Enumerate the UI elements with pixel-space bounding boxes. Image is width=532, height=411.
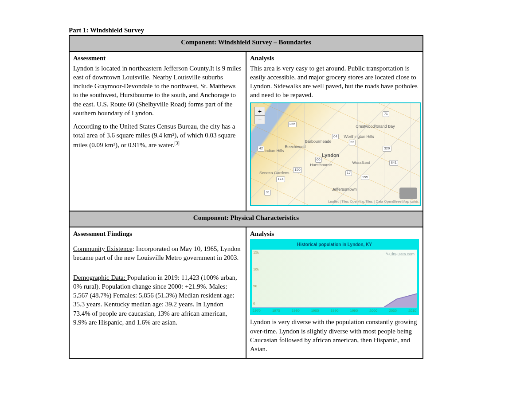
- map-label-hurstbourne: Hurstbourne: [310, 162, 332, 168]
- assessment-para-2: According to the United States Census Bu…: [73, 122, 242, 149]
- map-attribution: Leaflet | Tiles OpenMapTiles | Data Open…: [328, 200, 418, 204]
- analysis-para: This area is very easy to get around. Pu…: [250, 64, 419, 100]
- map-overlay-box: [399, 188, 417, 199]
- map-label-lyndon: Lyndon: [322, 152, 339, 159]
- map-label-indianhills: Indian Hills: [264, 148, 284, 153]
- map-route-22: 22: [349, 140, 356, 145]
- map-route-841: 841: [389, 160, 398, 166]
- map-route-60: 60: [315, 157, 322, 163]
- windshield-survey-table: Component: Windshield Survey – Boundarie…: [69, 35, 423, 359]
- demographic-data-para: Demographic Data: Population in 2019: 11…: [73, 273, 242, 327]
- boundaries-assessment-cell: Assessment Lyndon is located in northeas…: [69, 51, 246, 211]
- map-route-71: 71: [383, 111, 389, 117]
- map-route-155: 155: [361, 175, 369, 180]
- map-route-174: 174: [276, 176, 285, 182]
- physical-assessment-cell: Assessment Findings Community Existence:…: [69, 227, 246, 359]
- map-zoom-control[interactable]: + −: [254, 107, 265, 124]
- zoom-in-button[interactable]: +: [255, 107, 265, 116]
- map-route-150: 150: [293, 167, 301, 173]
- physical-analysis-cell: Analysis Historical population in Lyndon…: [246, 227, 423, 359]
- demographic-data-label: Demographic Data:: [73, 274, 127, 281]
- zoom-out-button[interactable]: −: [255, 116, 265, 124]
- analysis-text-2: Lyndon is very diverse with the populati…: [250, 317, 419, 353]
- map-label-barbourmeade: Barbourmeade: [305, 139, 332, 144]
- component-header-boundaries: Component: Windshield Survey – Boundarie…: [69, 35, 423, 51]
- map-label-worthington: Worthington Hills: [344, 134, 374, 139]
- chart-x-axis: 1970 1975 1980 1985 1990 1995 2000 2005 …: [252, 308, 417, 313]
- chart-plot-area: ✎City-Data.com 15k 10k 5k 0: [252, 250, 417, 308]
- map-route-31: 31: [264, 190, 271, 196]
- location-map[interactable]: + − Lyndon Jeffersontown Worthington Hil…: [250, 102, 421, 206]
- community-existence-label: Community Existence: [73, 245, 133, 252]
- chart-area-svg: [252, 250, 417, 308]
- map-route-329: 329: [383, 146, 391, 152]
- component-header-physical: Component: Physical Characteristics: [69, 211, 423, 227]
- community-existence-para: Community Existence: Incorporated on May…: [73, 244, 242, 262]
- assessment-title: Assessment: [73, 54, 242, 63]
- assessment-findings-title: Assessment Findings: [73, 229, 242, 238]
- map-label-woodland: Woodland: [352, 160, 370, 165]
- chart-title: Historical population in Lyndon, KY: [252, 241, 417, 250]
- svg-marker-0: [252, 294, 417, 308]
- map-route-265: 265: [288, 121, 297, 127]
- map-label-jeffersontown: Jeffersontown: [332, 187, 357, 192]
- map-route-42: 42: [258, 146, 264, 152]
- assessment-para-1: Lyndon is located in northeastern Jeffer…: [73, 64, 242, 118]
- map-label-crestwood: Crestwood/Grand Bay: [356, 124, 395, 129]
- map-label-seneca: Seneca Gardens: [259, 170, 289, 176]
- analysis-title-2: Analysis: [250, 229, 419, 238]
- map-route-17: 17: [345, 170, 352, 176]
- map-route-64: 64: [332, 134, 339, 140]
- citation-ref: [3]: [174, 141, 180, 145]
- boundaries-analysis-cell: Analysis This area is very easy to get a…: [246, 51, 423, 211]
- map-label-beechwood: Beechwood: [285, 144, 305, 149]
- part-heading: Part 1: Windshield Survey: [69, 27, 463, 34]
- population-chart: Historical population in Lyndon, KY ✎Cit…: [250, 239, 419, 315]
- analysis-title: Analysis: [250, 54, 419, 63]
